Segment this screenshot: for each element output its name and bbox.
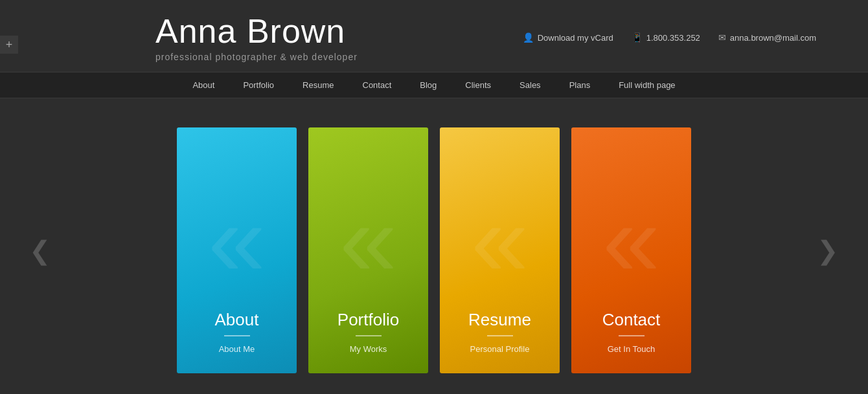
nav-sales[interactable]: Sales <box>505 72 555 98</box>
plus-button[interactable]: + <box>0 36 18 54</box>
card-divider <box>487 335 513 336</box>
site-title: Anna Brown <box>155 13 358 50</box>
cards-container: « About About Me « Portfolio My Works « … <box>177 127 691 373</box>
vcard-contact[interactable]: 👤 Download my vCard <box>523 32 613 43</box>
card-bg-icon: « <box>208 188 266 292</box>
card-about[interactable]: « About About Me <box>177 127 297 373</box>
next-arrow[interactable]: ❯ <box>807 229 849 272</box>
header-contacts: 👤 Download my vCard 📱 1.800.353.252 ✉ an… <box>523 32 816 43</box>
card-portfolio[interactable]: « Portfolio My Works <box>308 127 428 373</box>
card-subtitle: Personal Profile <box>470 344 530 354</box>
phone-icon: 📱 <box>632 32 643 43</box>
nav-blog[interactable]: Blog <box>405 72 451 98</box>
email-contact[interactable]: ✉ anna.brown@mail.com <box>718 32 816 43</box>
card-divider <box>356 335 382 336</box>
card-title: Portfolio <box>337 310 399 330</box>
card-title: Resume <box>468 310 531 330</box>
card-subtitle: Get In Touch <box>608 344 655 354</box>
site-subtitle: professional photographer & web develope… <box>155 52 358 62</box>
nav-about[interactable]: About <box>178 72 229 98</box>
card-subtitle: My Works <box>350 344 387 354</box>
card-bg-icon: « <box>339 188 397 292</box>
phone-label: 1.800.353.252 <box>646 33 700 43</box>
card-bg-icon: « <box>471 188 529 292</box>
card-subtitle: About Me <box>219 344 255 354</box>
main-content: ❮ « About About Me « Portfolio My Works … <box>0 98 868 394</box>
card-divider <box>619 335 645 336</box>
header: Anna Brown professional photographer & w… <box>0 0 868 72</box>
email-icon: ✉ <box>718 32 726 43</box>
nav-plans[interactable]: Plans <box>555 72 605 98</box>
nav-clients[interactable]: Clients <box>451 72 505 98</box>
nav-contact[interactable]: Contact <box>348 72 406 98</box>
card-divider <box>224 335 250 336</box>
prev-arrow[interactable]: ❮ <box>19 229 61 272</box>
card-bg-icon: « <box>602 188 660 292</box>
vcard-label: Download my vCard <box>538 33 613 43</box>
nav-resume[interactable]: Resume <box>288 72 348 98</box>
header-branding: Anna Brown professional photographer & w… <box>155 13 358 62</box>
card-resume[interactable]: « Resume Personal Profile <box>440 127 560 373</box>
email-label: anna.brown@mail.com <box>730 33 816 43</box>
card-title: Contact <box>602 310 661 330</box>
phone-contact: 📱 1.800.353.252 <box>632 32 700 43</box>
nav-fullwidth[interactable]: Full width page <box>604 72 689 98</box>
vcard-icon: 👤 <box>523 32 534 43</box>
main-nav: About Portfolio Resume Contact Blog Clie… <box>0 72 868 98</box>
card-contact[interactable]: « Contact Get In Touch <box>571 127 691 373</box>
card-title: About <box>215 310 259 330</box>
nav-portfolio[interactable]: Portfolio <box>229 72 288 98</box>
